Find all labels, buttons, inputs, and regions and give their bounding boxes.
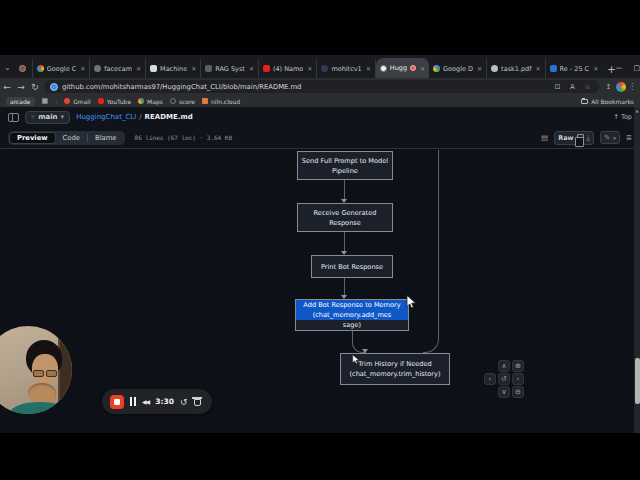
- tab-code[interactable]: Code: [56, 132, 87, 144]
- tab-google-d[interactable]: Google D ✕: [429, 59, 487, 78]
- close-tab-icon[interactable]: ✕: [420, 65, 425, 72]
- reload-button[interactable]: ↻: [28, 82, 42, 92]
- symbols-panel-icon[interactable]: ▤: [541, 133, 548, 142]
- selected-text: (chat_memory.add_mes: [296, 310, 408, 320]
- node-text: Print Bot Response: [312, 262, 392, 272]
- pan-down-button[interactable]: ∨: [498, 386, 510, 398]
- tab-search-chevron-icon[interactable]: ⌄: [4, 60, 11, 74]
- pause-recording-button[interactable]: [130, 397, 136, 406]
- bookmark-arcade[interactable]: arcade: [6, 97, 35, 106]
- github-page: ⑂ main ▾ HuggingChat_CLI / README.md ↑ T…: [0, 107, 640, 433]
- breadcrumb-repo-link[interactable]: HuggingChat_CLI: [76, 113, 136, 121]
- side-panel-icon[interactable]: ⊡: [552, 83, 563, 91]
- recording-controls: ◀◀ 3:30 ↺: [102, 389, 212, 414]
- pan-left-button[interactable]: ‹: [484, 373, 496, 385]
- file-header: ⑂ main ▾ HuggingChat_CLI / README.md ↑ T…: [0, 107, 640, 127]
- outline-icon[interactable]: ≣: [626, 133, 632, 142]
- tab-preview[interactable]: Preview: [9, 132, 56, 144]
- translate-icon[interactable]: A: [567, 83, 578, 91]
- bookmark-gmail[interactable]: Gmail: [64, 98, 91, 105]
- breadcrumb-separator: /: [139, 113, 141, 121]
- pan-up-button[interactable]: ∧: [498, 360, 510, 372]
- stop-icon: [114, 399, 120, 405]
- tab-label: Hugg: [390, 64, 407, 72]
- restart-recording-icon[interactable]: ↺: [180, 397, 188, 407]
- back-button[interactable]: ←: [0, 82, 14, 92]
- tab-label: mohitcv1: [331, 65, 361, 73]
- reset-view-button[interactable]: ↺: [498, 373, 510, 385]
- bookmark-label: score: [179, 98, 195, 105]
- zoom-in-button[interactable]: ⊕: [512, 360, 524, 372]
- close-tab-icon[interactable]: ✕: [366, 65, 371, 72]
- branch-selector[interactable]: ⑂ main ▾: [25, 111, 70, 124]
- address-bar[interactable]: github.com/mohitsharmas97/HuggingChat_CL…: [44, 80, 599, 93]
- close-tab-icon[interactable]: ✕: [191, 65, 196, 72]
- bookmark-maps[interactable]: Maps: [138, 98, 163, 105]
- tab-youtube[interactable]: (4) Namo ✕: [259, 59, 317, 78]
- zoom-out-button[interactable]: ⊖: [512, 386, 524, 398]
- minimize-button[interactable]: —: [616, 64, 623, 72]
- close-tab-icon[interactable]: ✕: [477, 65, 482, 72]
- tab-strip: ⌄ Google C ✕ facecam ✕ Machine ✕: [0, 55, 640, 78]
- bookmark-label: YouTube: [107, 98, 131, 105]
- tab-blame[interactable]: Blame: [88, 132, 124, 144]
- node-text: Send Full Prompt to Model: [298, 156, 392, 166]
- node-add-memory: Add Bot Response to Memory (chat_memory.…: [295, 299, 409, 331]
- score-icon: [170, 98, 176, 104]
- all-bookmarks-button[interactable]: All Bookmarks: [581, 98, 634, 105]
- download-icon[interactable]: ⤓: [587, 133, 590, 143]
- delete-recording-icon[interactable]: [193, 397, 201, 406]
- back-to-top-link[interactable]: ↑ Top: [614, 113, 632, 121]
- window-controls: — ▢ ✕: [616, 64, 640, 78]
- close-tab-icon[interactable]: ✕: [593, 65, 598, 72]
- copy-icon[interactable]: [577, 134, 584, 142]
- tab-re-25[interactable]: Re - 25 C ✕: [546, 59, 603, 78]
- pan-right-button[interactable]: ›: [512, 373, 524, 385]
- url-text[interactable]: github.com/mohitsharmas97/HuggingChat_CL…: [62, 83, 548, 91]
- bookmark-score[interactable]: score: [170, 98, 195, 105]
- re-favicon-icon: [550, 65, 557, 72]
- all-bookmarks-label: All Bookmarks: [591, 98, 634, 105]
- browser-menu-icon[interactable]: ⋮: [628, 82, 636, 91]
- maximize-button[interactable]: ▢: [634, 64, 640, 72]
- tab-rag-syst[interactable]: RAG Syst ✕: [201, 59, 259, 78]
- share-icon[interactable]: ↥: [603, 83, 614, 91]
- file-tree-panel-icon[interactable]: [8, 113, 19, 122]
- tab-google-c[interactable]: Google C ✕: [33, 59, 91, 78]
- mouse-cursor-icon: [406, 295, 417, 309]
- tab-machine[interactable]: Machine ✕: [146, 59, 201, 78]
- tab-task1-pdf[interactable]: task1.pdf ✕: [487, 59, 545, 78]
- youtube-icon: [98, 98, 104, 104]
- close-tab-icon[interactable]: ✕: [80, 65, 85, 72]
- new-tab-button[interactable]: +: [607, 64, 615, 75]
- forward-button[interactable]: →: [14, 82, 28, 92]
- page-scrollbar[interactable]: ▲: [634, 107, 640, 433]
- breadcrumb: HuggingChat_CLI / README.md: [76, 113, 193, 121]
- raw-button[interactable]: Raw: [558, 134, 573, 142]
- stop-recording-button[interactable]: [110, 395, 124, 409]
- bookmark-label: Gmail: [73, 98, 91, 105]
- selected-text: Add Bot Response to Memory: [296, 300, 408, 310]
- close-tab-icon[interactable]: ✕: [136, 65, 141, 72]
- apps-grid-icon[interactable]: ▦: [42, 97, 49, 105]
- site-info-icon[interactable]: [50, 83, 58, 91]
- rewind-icon[interactable]: ◀◀: [142, 398, 149, 405]
- tab-mohitcv[interactable]: mohitcv1 ✕: [317, 59, 375, 78]
- close-tab-icon[interactable]: ✕: [307, 65, 312, 72]
- bookmark-youtube[interactable]: YouTube: [98, 98, 131, 105]
- close-tab-icon[interactable]: ✕: [536, 65, 541, 72]
- tab-facecam[interactable]: facecam ✕: [90, 59, 146, 78]
- bookmark-nilncloud[interactable]: niln.cloud: [202, 98, 240, 105]
- youtube-favicon-icon: [263, 65, 270, 72]
- bookmark-star-icon[interactable]: ☆: [582, 83, 593, 91]
- profile-avatar[interactable]: [616, 82, 626, 92]
- close-tab-icon[interactable]: ✕: [249, 65, 254, 72]
- tab-pinned[interactable]: [13, 59, 33, 78]
- edit-pencil-icon[interactable]: ✎: [604, 133, 610, 142]
- edit-chevron-icon[interactable]: ▾: [613, 135, 616, 141]
- tab-hugg-active[interactable]: Hugg ✕: [376, 58, 429, 78]
- scrollbar-thumb[interactable]: [635, 358, 640, 404]
- file-meta: 86 lines (67 loc) · 3.64 KB: [135, 134, 233, 141]
- scroll-up-arrow-icon[interactable]: ▲: [634, 107, 640, 114]
- tab-label: facecam: [104, 65, 132, 73]
